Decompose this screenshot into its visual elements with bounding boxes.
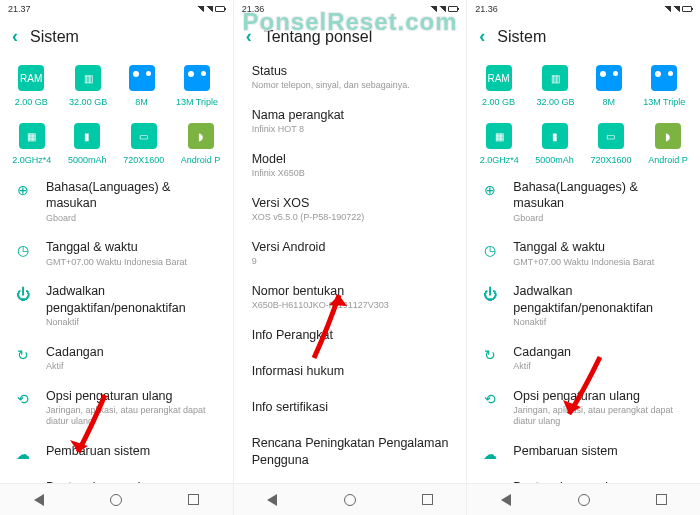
row-device-name[interactable]: Nama perangkatInfinix HOT 8 (234, 99, 467, 143)
row-backup-restore[interactable]: 🗀Buat cadangan dan kembalikan (0, 471, 233, 483)
row-sub: Aktif (513, 361, 686, 372)
row-schedule-power[interactable]: ⏻Jadwalkan pengaktifan/penonaktifanNonak… (467, 275, 700, 335)
spec-camera-rear[interactable]: 13M Triple (176, 65, 218, 107)
row-title: Versi XOS (252, 195, 453, 211)
spec-screen[interactable]: ▭720X1600 (590, 123, 631, 165)
signal-icon (430, 6, 437, 12)
nav-recent-button[interactable] (419, 491, 437, 509)
spec-label: 13M Triple (643, 97, 685, 107)
nav-home-button[interactable] (575, 491, 593, 509)
row-backup-restore[interactable]: 🗀Buat cadangan dan kembalikan (467, 471, 700, 483)
back-arrow-icon[interactable]: ‹ (479, 26, 485, 47)
row-system-update[interactable]: ☁Pembaruan sistem (0, 435, 233, 471)
spec-row-1: RAM2.00 GB ▥32.00 GB 8M 13M Triple (0, 55, 233, 113)
row-cert-info[interactable]: Info sertifikasi (234, 391, 467, 427)
row-backup[interactable]: ↻CadanganAktif (467, 336, 700, 380)
row-device-info[interactable]: Info Perangkat (234, 319, 467, 355)
row-title: Status (252, 63, 453, 79)
spec-cpu[interactable]: ▦2.0GHz*4 (12, 123, 51, 165)
spec-camera-rear[interactable]: 13M Triple (643, 65, 685, 107)
row-sub: Infinix HOT 8 (252, 124, 453, 135)
row-title: Nomor bentukan (252, 283, 453, 299)
spec-storage[interactable]: ▥32.00 GB (536, 65, 574, 107)
spec-ram[interactable]: RAM2.00 GB (482, 65, 515, 107)
nav-home-button[interactable] (341, 491, 359, 509)
spec-label: 32.00 GB (69, 97, 107, 107)
spec-android[interactable]: ◗Android P (648, 123, 688, 165)
spec-storage[interactable]: ▥32.00 GB (69, 65, 107, 107)
row-sub: Gboard (513, 213, 686, 224)
row-title: Info Perangkat (252, 327, 453, 343)
screen-sistem-1: 21.37 ‹ Sistem RAM2.00 GB ▥32.00 GB 8M 1… (0, 0, 234, 515)
row-sub: GMT+07.00 Waktu Indonesia Barat (513, 257, 686, 268)
row-system-update[interactable]: ☁Pembaruan sistem (467, 435, 700, 471)
header: ‹ Tentang ponsel (234, 18, 467, 55)
page-title: Sistem (497, 28, 546, 46)
battery-icon (448, 6, 458, 12)
row-legal-info[interactable]: Informasi hukum (234, 355, 467, 391)
spec-cpu[interactable]: ▦2.0GHz*4 (480, 123, 519, 165)
ram-icon: RAM (486, 65, 512, 91)
row-reset-options[interactable]: ⟲Opsi pengaturan ulangJaringan, aplikasi… (0, 380, 233, 435)
camera-icon (129, 65, 155, 91)
row-model[interactable]: ModelInfinix X650B (234, 143, 467, 187)
screen-icon: ▭ (598, 123, 624, 149)
globe-icon: ⊕ (481, 181, 499, 199)
spec-label: Android P (648, 155, 688, 165)
three-screenshots-container: 21.37 ‹ Sistem RAM2.00 GB ▥32.00 GB 8M 1… (0, 0, 700, 515)
row-title: Jadwalkan pengaktifan/penonaktifan (46, 283, 219, 316)
nav-recent-button[interactable] (652, 491, 670, 509)
row-title: Nama perangkat (252, 107, 453, 123)
spec-screen[interactable]: ▭720X1600 (123, 123, 164, 165)
spec-camera-front[interactable]: 8M (129, 65, 155, 107)
settings-list: ⊕Bahasa(Languages) & masukanGboard ◷Tang… (467, 171, 700, 483)
spec-battery[interactable]: ▮5000mAh (535, 123, 574, 165)
row-title: Tanggal & waktu (513, 239, 686, 255)
row-title: Model (252, 151, 453, 167)
row-datetime[interactable]: ◷Tanggal & waktuGMT+07.00 Waktu Indonesi… (0, 231, 233, 275)
spec-label: 8M (135, 97, 148, 107)
row-title: Jadwalkan pengaktifan/penonaktifan (513, 283, 686, 316)
clock-icon: ◷ (14, 241, 32, 259)
row-schedule-power[interactable]: ⏻Jadwalkan pengaktifan/penonaktifanNonak… (0, 275, 233, 335)
header: ‹ Sistem (467, 18, 700, 55)
cloud-icon: ☁ (481, 445, 499, 463)
row-title: Cadangan (46, 344, 219, 360)
row-title: Tanggal & waktu (46, 239, 219, 255)
row-backup[interactable]: ↻CadanganAktif (0, 336, 233, 380)
row-languages[interactable]: ⊕Bahasa(Languages) & masukanGboard (467, 171, 700, 231)
signal-icon (206, 6, 213, 12)
nav-back-button[interactable] (263, 491, 281, 509)
row-languages[interactable]: ⊕Bahasa(Languages) & masukanGboard (0, 171, 233, 231)
row-android-version[interactable]: Versi Android9 (234, 231, 467, 275)
spec-label: 2.0GHz*4 (480, 155, 519, 165)
row-title: Rencana Peningkatan Pengalaman Pengguna (252, 435, 453, 468)
spec-camera-front[interactable]: 8M (596, 65, 622, 107)
row-title: Pembaruan sistem (513, 443, 686, 459)
navigation-bar (0, 483, 233, 515)
row-datetime[interactable]: ◷Tanggal & waktuGMT+07.00 Waktu Indonesi… (467, 231, 700, 275)
nav-back-button[interactable] (30, 491, 48, 509)
globe-icon: ⊕ (14, 181, 32, 199)
row-title: Informasi hukum (252, 363, 453, 379)
row-title: Opsi pengaturan ulang (46, 388, 219, 404)
nav-recent-button[interactable] (185, 491, 203, 509)
row-status[interactable]: StatusNomor telepon, sinyal, dan sebagai… (234, 55, 467, 99)
nav-back-button[interactable] (497, 491, 515, 509)
row-xos-version[interactable]: Versi XOSXOS v5.5.0 (P-P58-190722) (234, 187, 467, 231)
spec-label: 2.00 GB (15, 97, 48, 107)
back-arrow-icon[interactable]: ‹ (12, 26, 18, 47)
signal-icon (439, 6, 446, 12)
row-reset-options[interactable]: ⟲Opsi pengaturan ulangJaringan, aplikasi… (467, 380, 700, 435)
nav-home-button[interactable] (107, 491, 125, 509)
row-title: Bahasa(Languages) & masukan (46, 179, 219, 212)
back-arrow-icon[interactable]: ‹ (246, 26, 252, 47)
header: ‹ Sistem (0, 18, 233, 55)
row-sub: Infinix X650B (252, 168, 453, 179)
row-experience-plan[interactable]: Rencana Peningkatan Pengalaman Pengguna (234, 427, 467, 476)
spec-ram[interactable]: RAM2.00 GB (15, 65, 48, 107)
spec-android[interactable]: ◗Android P (181, 123, 221, 165)
row-build-number[interactable]: Nomor bentukanX650B-H6110JKO-P-191127V30… (234, 275, 467, 319)
spec-battery[interactable]: ▮5000mAh (68, 123, 107, 165)
battery-icon (215, 6, 225, 12)
